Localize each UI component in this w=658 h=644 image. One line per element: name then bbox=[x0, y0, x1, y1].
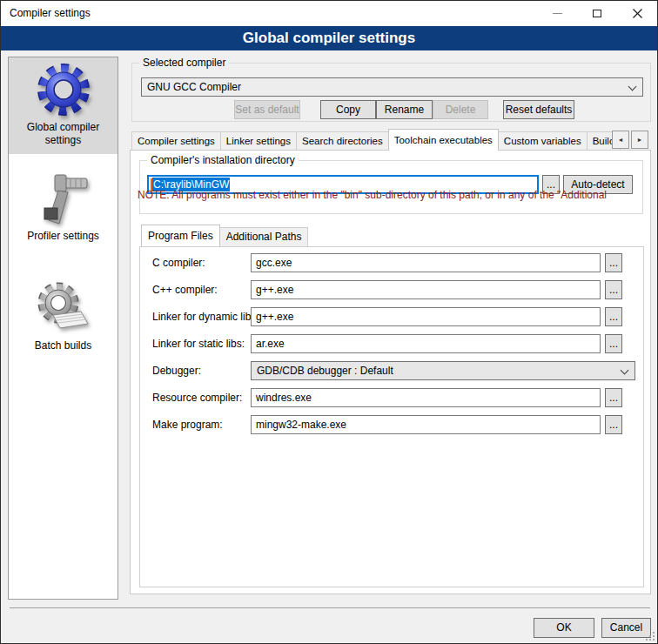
set-as-default-button[interactable]: Set as default bbox=[234, 100, 300, 119]
make-program-row: Make program: ... bbox=[140, 415, 643, 434]
field-label: Linker for dynamic libs: bbox=[152, 307, 259, 326]
make-program-input[interactable] bbox=[251, 415, 601, 434]
compiler-select-value: GNU GCC Compiler bbox=[147, 81, 241, 93]
field-label: C++ compiler: bbox=[152, 280, 218, 299]
cpp-compiler-input[interactable] bbox=[251, 280, 601, 299]
sidebar-item-global-compiler-settings[interactable]: Global compiler settings bbox=[9, 57, 118, 154]
resource-compiler-row: Resource compiler: ... bbox=[140, 388, 643, 407]
installation-directory-legend: Compiler's installation directory bbox=[147, 154, 299, 166]
subtab-additional-paths[interactable]: Additional Paths bbox=[219, 227, 309, 246]
tab-toolchain-executables[interactable]: Toolchain executables bbox=[388, 129, 499, 151]
compiler-settings-dialog: Compiler settings Global compiler settin… bbox=[0, 0, 658, 644]
resource-compiler-input[interactable] bbox=[251, 388, 601, 407]
minimize-button[interactable] bbox=[537, 1, 577, 26]
c-compiler-input[interactable] bbox=[251, 253, 601, 272]
tab-search-directories[interactable]: Search directories bbox=[296, 131, 389, 151]
window-title: Compiler settings bbox=[10, 1, 91, 26]
sidebar-item-label: Batch builds bbox=[9, 339, 118, 352]
tab-scroll-left-button[interactable]: ◄ bbox=[612, 131, 629, 149]
tab-linker-settings[interactable]: Linker settings bbox=[220, 131, 297, 151]
settings-tabstrip: Compiler settings Linker settings Search… bbox=[131, 129, 652, 151]
cancel-button[interactable]: Cancel bbox=[601, 618, 651, 638]
static-linker-browse-button[interactable]: ... bbox=[605, 334, 622, 353]
arrow-right-icon: ► bbox=[637, 137, 643, 143]
tab-compiler-settings[interactable]: Compiler settings bbox=[131, 131, 221, 151]
close-button[interactable] bbox=[617, 1, 657, 26]
selected-compiler-legend: Selected compiler bbox=[139, 57, 229, 69]
ok-button[interactable]: OK bbox=[534, 618, 594, 638]
rename-button[interactable]: Rename bbox=[376, 100, 433, 119]
debugger-select-value: GDB/CDB debugger : Default bbox=[257, 365, 393, 377]
page-header: Global compiler settings bbox=[1, 26, 657, 50]
page-title: Global compiler settings bbox=[243, 30, 415, 47]
make-program-browse-button[interactable]: ... bbox=[605, 415, 622, 434]
cpp-compiler-browse-button[interactable]: ... bbox=[605, 280, 622, 299]
bin-subdirectory-note: NOTE: All programs must exist either in … bbox=[138, 189, 629, 201]
c-compiler-browse-button[interactable]: ... bbox=[605, 253, 622, 272]
settings-sidebar: Global compiler settings Profiler settin… bbox=[8, 57, 118, 600]
field-label: Make program: bbox=[152, 415, 223, 434]
paths-subtabstrip: Program Files Additional Paths bbox=[141, 225, 308, 246]
maximize-icon bbox=[593, 10, 601, 17]
gear-stack-icon bbox=[36, 280, 91, 336]
dynamic-linker-row: Linker for dynamic libs: ... bbox=[140, 307, 643, 326]
program-files-panel: C compiler: ... C++ compiler: ... Linker… bbox=[139, 246, 644, 587]
static-linker-input[interactable] bbox=[251, 334, 601, 353]
c-compiler-row: C compiler: ... bbox=[140, 253, 643, 272]
cpp-compiler-row: C++ compiler: ... bbox=[140, 280, 643, 299]
field-label: C compiler: bbox=[152, 253, 205, 272]
gear-blue-icon bbox=[36, 62, 91, 117]
selected-compiler-group: Selected compiler GNU GCC Compiler Set a… bbox=[131, 63, 651, 122]
sidebar-item-profiler-settings[interactable]: Profiler settings bbox=[9, 166, 118, 243]
tab-custom-variables[interactable]: Custom variables bbox=[498, 131, 588, 151]
dynamic-linker-browse-button[interactable]: ... bbox=[605, 307, 622, 326]
subtab-program-files[interactable]: Program Files bbox=[141, 225, 220, 246]
debugger-select[interactable]: GDB/CDB debugger : Default bbox=[251, 361, 635, 380]
sidebar-item-label: Profiler settings bbox=[9, 230, 118, 243]
arrow-left-icon: ◄ bbox=[618, 137, 624, 143]
resize-grip-icon[interactable] bbox=[646, 632, 655, 641]
resource-compiler-browse-button[interactable]: ... bbox=[605, 388, 622, 407]
sidebar-item-label: Global compiler settings bbox=[9, 121, 118, 147]
field-label: Linker for static libs: bbox=[152, 334, 245, 353]
sidebar-item-batch-builds[interactable]: Batch builds bbox=[9, 276, 118, 352]
compiler-select[interactable]: GNU GCC Compiler bbox=[141, 77, 643, 97]
caliper-icon bbox=[36, 171, 91, 226]
reset-defaults-button[interactable]: Reset defaults bbox=[503, 100, 574, 119]
field-label: Debugger: bbox=[152, 361, 201, 380]
delete-button[interactable]: Delete bbox=[433, 100, 488, 119]
minimize-icon bbox=[553, 13, 562, 14]
copy-button[interactable]: Copy bbox=[320, 100, 376, 119]
maximize-button[interactable] bbox=[577, 1, 617, 26]
static-linker-row: Linker for static libs: ... bbox=[140, 334, 643, 353]
debugger-row: Debugger: GDB/CDB debugger : Default bbox=[140, 361, 643, 380]
chevron-down-icon bbox=[628, 83, 637, 91]
tab-scroll-right-button[interactable]: ► bbox=[631, 131, 648, 149]
footer-separator bbox=[10, 607, 650, 608]
field-label: Resource compiler: bbox=[152, 388, 242, 407]
title-bar: Compiler settings bbox=[1, 1, 657, 26]
installation-directory-group: Compiler's installation directory C:\ray… bbox=[139, 160, 643, 214]
close-icon bbox=[633, 9, 642, 18]
dynamic-linker-input[interactable] bbox=[251, 307, 601, 326]
toolchain-executables-page: Compiler's installation directory C:\ray… bbox=[130, 150, 651, 594]
chevron-down-icon bbox=[621, 366, 629, 375]
